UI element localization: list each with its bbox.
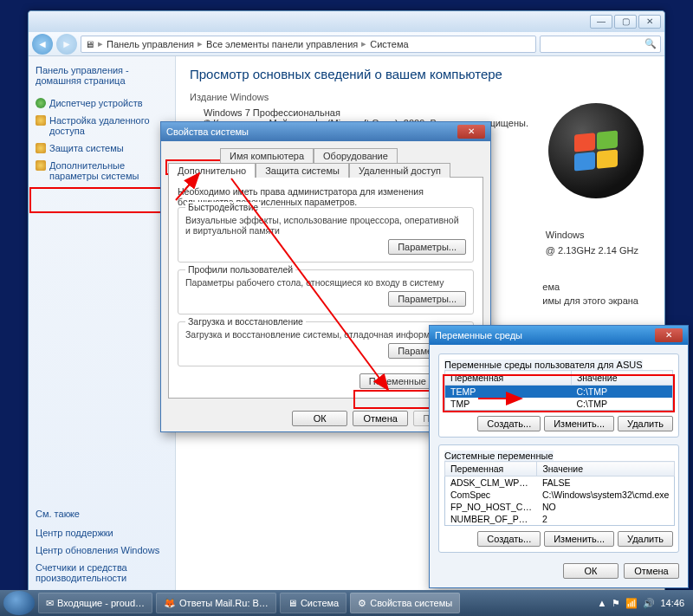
group-legend: Профили пользователей — [185, 264, 295, 275]
close-button[interactable]: ✕ — [638, 15, 661, 29]
tab-protection[interactable]: Защита системы — [256, 163, 349, 178]
group-desc: Параметры рабочего стола, относящиеся ко… — [185, 277, 466, 288]
sidebar-item-advanced[interactable]: Дополнительные параметры системы — [36, 157, 168, 185]
sys-delete-button[interactable]: Удалить — [618, 531, 673, 547]
see-also-title: См. также — [36, 509, 168, 519]
sys-edit-button[interactable]: Изменить... — [544, 531, 614, 547]
seealso-link[interactable]: Центр обновления Windows — [36, 541, 168, 559]
sys-create-button[interactable]: Создать... — [477, 531, 541, 547]
profiles-settings-button[interactable]: Параметры... — [388, 291, 466, 307]
table-row[interactable]: NUMBER_OF_P…2 — [445, 513, 675, 526]
cpu-label: @ 2.13GHz 2.14 GHz — [546, 245, 638, 256]
ok-button[interactable]: ОК — [563, 563, 619, 579]
sidebar-item-protection[interactable]: Защита системы — [36, 139, 168, 157]
table-row[interactable]: TMPC:\TMP — [445, 398, 673, 411]
navbar: ◄ ► 🖥▸ Панель управления▸ Все элементы п… — [29, 32, 664, 56]
environment-variables-dialog: Переменные среды ✕ Переменные среды поль… — [429, 325, 689, 588]
table-row[interactable]: ADSK_CLM_WP…FALSE — [445, 477, 675, 490]
sidebar-item-remote[interactable]: Настройка удаленного доступа — [36, 112, 168, 139]
taskbar-item[interactable]: 🦊Ответы Mail.Ru: В… — [156, 593, 276, 613]
maximize-button[interactable]: ▢ — [614, 15, 637, 29]
sidebar-item-device-manager[interactable]: Диспетчер устройств — [36, 94, 168, 112]
taskbar: ✉Входящие - proud… 🦊Ответы Mail.Ru: В… 🖥… — [0, 590, 693, 616]
seealso-link[interactable]: Счетчики и средства производительности — [36, 559, 168, 587]
col-variable[interactable]: Переменная — [445, 462, 537, 477]
titlebar: — ▢ ✕ — [29, 11, 664, 32]
info-label: имы для этого экрана — [542, 295, 638, 306]
tray-up-icon[interactable]: ▲ — [598, 598, 607, 608]
group-desc: Загрузка и восстановление системы, отлад… — [185, 329, 466, 340]
performance-settings-button[interactable]: Параметры... — [388, 239, 466, 255]
user-edit-button[interactable]: Изменить... — [544, 416, 614, 431]
taskbar-item[interactable]: 🖥Система — [280, 593, 346, 613]
breadcrumb[interactable]: 🖥▸ Панель управления▸ Все элементы панел… — [81, 36, 536, 53]
group-legend: Системные переменные — [444, 451, 554, 461]
ok-button[interactable]: ОК — [292, 411, 347, 426]
sidebar: Панель управления - домашняя страница Ди… — [29, 56, 176, 595]
dialog-title: Свойства системы — [166, 126, 249, 137]
seealso-link[interactable]: Центр поддержки — [36, 524, 168, 541]
windows-flag-icon — [574, 130, 618, 171]
windows-logo — [548, 103, 644, 198]
breadcrumb-icon: 🖥 — [85, 39, 94, 49]
network-icon[interactable]: 📶 — [625, 598, 638, 609]
see-also: См. также Центр поддержки Центр обновлен… — [36, 509, 168, 587]
taskbar-item[interactable]: ⚙Свойства системы — [350, 593, 460, 613]
clock[interactable]: 14:46 — [660, 598, 684, 608]
group-legend: Загрузка и восстановление — [185, 316, 306, 327]
breadcrumb-item[interactable]: Панель управления — [107, 39, 194, 49]
computer-icon: 🖥 — [288, 598, 297, 608]
info-label: ема — [542, 282, 638, 292]
shield-icon — [36, 115, 46, 126]
tab-remote[interactable]: Удаленный доступ — [349, 163, 450, 178]
close-icon[interactable]: ✕ — [457, 125, 485, 139]
forward-button[interactable]: ► — [56, 34, 77, 55]
table-row[interactable]: FP_NO_HOST_C…NO — [445, 501, 675, 513]
col-variable[interactable]: Переменная — [445, 371, 572, 386]
search-input[interactable]: 🔍 — [540, 36, 661, 53]
col-value[interactable]: Значение — [537, 462, 675, 477]
tab-advanced[interactable]: Дополнительно — [168, 163, 256, 178]
dialog-titlebar[interactable]: Переменные среды ✕ — [430, 326, 688, 345]
volume-icon[interactable]: 🔊 — [643, 598, 655, 609]
shield-icon — [36, 143, 46, 153]
device-icon — [36, 98, 46, 108]
table-row[interactable]: ComSpecC:\Windows\system32\cmd.exe — [445, 489, 675, 501]
group-desc: Визуальные эффекты, использование процес… — [185, 215, 466, 236]
system-tray[interactable]: ▲ ⚑ 📶 🔊 14:46 — [598, 598, 690, 609]
page-title: Просмотр основных сведений о вашем компь… — [190, 67, 651, 81]
breadcrumb-item[interactable]: Все элементы панели управления — [206, 39, 358, 49]
tab-computer-name[interactable]: Имя компьютера — [220, 148, 314, 163]
group-legend: Быстродействие — [185, 202, 261, 212]
user-create-button[interactable]: Создать... — [477, 416, 541, 431]
user-vars-table[interactable]: ПеременнаяЗначение TEMPC:\TMP TMPC:\TMP — [444, 370, 673, 411]
minimize-button[interactable]: — — [590, 15, 612, 29]
back-button[interactable]: ◄ — [32, 34, 53, 55]
cancel-button[interactable]: Отмена — [624, 563, 679, 579]
dialog-titlebar[interactable]: Свойства системы ✕ — [161, 122, 490, 141]
group-legend: Переменные среды пользователя для ASUS — [444, 360, 643, 370]
performance-group: Быстродействие Визуальные эффекты, испол… — [178, 207, 474, 263]
dialog-title: Переменные среды — [435, 330, 522, 340]
os-label: Windows — [546, 230, 638, 240]
col-value[interactable]: Значение — [571, 371, 672, 386]
close-icon[interactable]: ✕ — [655, 328, 683, 342]
profiles-group: Профили пользователей Параметры рабочего… — [178, 269, 474, 314]
tab-hardware[interactable]: Оборудование — [314, 148, 398, 163]
properties-icon: ⚙ — [358, 598, 366, 609]
user-delete-button[interactable]: Удалить — [618, 416, 673, 431]
cancel-button[interactable]: Отмена — [353, 411, 408, 426]
breadcrumb-item[interactable]: Система — [370, 39, 408, 49]
edition-header: Издание Windows — [190, 92, 651, 102]
action-center-icon[interactable]: ⚑ — [612, 598, 620, 609]
start-button[interactable] — [3, 591, 35, 615]
sidebar-title[interactable]: Панель управления - домашняя страница — [36, 65, 168, 86]
mail-icon: ✉ — [46, 598, 54, 609]
taskbar-item[interactable]: ✉Входящие - proud… — [38, 593, 152, 613]
shield-icon — [36, 160, 46, 171]
search-icon: 🔍 — [644, 38, 657, 49]
system-vars-table[interactable]: ПеременнаяЗначение ADSK_CLM_WP…FALSE Com… — [444, 461, 675, 526]
table-row[interactable]: TEMPC:\TMP — [445, 386, 673, 399]
system-vars-group: Системные переменные ПеременнаяЗначение … — [438, 444, 679, 553]
windows-flag-icon — [14, 598, 25, 609]
